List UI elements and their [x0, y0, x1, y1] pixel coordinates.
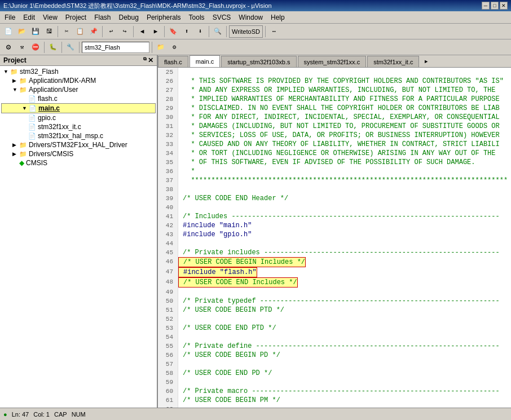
line-content[interactable]: /* USER CODE BEGIN Includes */ — [178, 257, 306, 267]
copy-button[interactable]: 📋 — [74, 25, 86, 38]
line-content[interactable] — [178, 203, 187, 212]
menu-item-svcs[interactable]: SVCS — [209, 12, 235, 23]
line-content[interactable]: /* Private includes --------------------… — [178, 248, 500, 257]
target-options-button[interactable]: ⚙ — [168, 41, 180, 54]
menu-item-file[interactable]: File — [1, 12, 19, 23]
tree-item[interactable]: ▶📁Drivers/STM32F1xx_HAL_Driver — [1, 140, 156, 149]
tree-item[interactable]: 📄stm32f1xx_hal_msp.c — [1, 131, 156, 140]
code-line: 25 — [158, 68, 511, 77]
line-content[interactable]: * DISCLAIMED. IN NO EVENT SHALL THE COPY… — [178, 104, 500, 113]
line-content[interactable]: * SERVICES; LOSS OF USE, DATA, OR PROFIT… — [178, 131, 500, 140]
next-bookmark[interactable]: ⬇ — [194, 25, 206, 38]
menu-item-edit[interactable]: Edit — [20, 12, 38, 23]
tree-item[interactable]: 📄flash.c — [1, 94, 156, 103]
editor-tab[interactable]: flash.c — [158, 56, 188, 67]
line-content[interactable]: /* Private define ----------------------… — [178, 342, 500, 351]
tabs-more-button[interactable]: ▸ — [420, 56, 431, 66]
line-content[interactable] — [178, 185, 187, 194]
line-content[interactable] — [178, 360, 187, 369]
paste-button[interactable]: 📌 — [87, 25, 100, 38]
code-line: 50/* Private typedef -------------------… — [158, 297, 511, 306]
save-all-button[interactable]: 🖫 — [43, 25, 55, 38]
menu-item-help[interactable]: Help — [267, 12, 288, 23]
tree-item[interactable]: 📄stm32f1xx_it.c — [1, 122, 156, 131]
line-content[interactable] — [178, 333, 187, 342]
line-content[interactable]: * FOR ANY DIRECT, INDIRECT, INCIDENTAL, … — [178, 113, 500, 122]
line-content[interactable]: /* USER CODE END PTD */ — [178, 324, 276, 333]
redo-button[interactable]: ↪ — [118, 25, 131, 38]
tree-item[interactable]: ▼📄main.c — [1, 103, 156, 113]
line-content[interactable] — [178, 288, 187, 297]
save-button[interactable]: 💾 — [29, 25, 42, 38]
maximize-button[interactable]: □ — [491, 2, 499, 10]
project-float-button[interactable]: ⧉ — [143, 56, 147, 64]
manage-button[interactable]: 📁 — [155, 41, 167, 54]
options-button[interactable]: 🔧 — [64, 41, 77, 54]
line-content[interactable]: * OF THIS SOFTWARE, EVEN IF ADVISED OF T… — [178, 158, 475, 167]
line-content[interactable]: ****************************************… — [178, 176, 508, 185]
tree-item[interactable]: 📄gpio.c — [1, 113, 156, 122]
menu-item-tools[interactable]: Tools — [186, 12, 208, 23]
line-content[interactable]: * OR TORT (INCLUDING NEGLIGENCE OR OTHER… — [178, 149, 496, 158]
tree-item[interactable]: ◆CMSIS — [1, 158, 156, 167]
menu-item-window[interactable]: Window — [235, 12, 266, 23]
tree-item[interactable]: ▶📁Drivers/CMSIS — [1, 149, 156, 158]
close-button[interactable]: ✕ — [500, 2, 508, 10]
line-content[interactable] — [178, 378, 187, 387]
line-content[interactable]: /* USER CODE BEGIN PD */ — [178, 351, 280, 360]
line-content[interactable] — [178, 315, 187, 324]
tree-item[interactable]: ▼📁stm32_Flash — [1, 67, 156, 76]
write-to-sd-button[interactable]: WritetoSD — [229, 25, 263, 38]
menu-item-debug[interactable]: Debug — [116, 12, 142, 23]
rebuild-button[interactable]: ⚒ — [16, 41, 28, 54]
line-content[interactable]: * CAUSED AND ON ANY THEORY OF LIABILITY,… — [178, 140, 500, 149]
line-content[interactable]: #include "gpio.h" — [178, 230, 252, 239]
prev-bookmark[interactable]: ⬆ — [180, 25, 193, 38]
line-content[interactable] — [178, 239, 187, 248]
new-file-button[interactable]: 📄 — [2, 25, 15, 38]
editor-tab[interactable]: startup_stm32f103xb.s — [221, 56, 296, 67]
nav-fwd-button[interactable]: ▶ — [149, 25, 162, 38]
line-content[interactable]: * IMPLIED WARRANTIES OF MERCHANTABILITY … — [178, 95, 500, 104]
line-content[interactable] — [178, 68, 187, 77]
menu-item-project[interactable]: Project — [62, 12, 90, 23]
line-content[interactable]: /* USER CODE END Includes */ — [178, 277, 298, 288]
line-content[interactable]: * DAMAGES (INCLUDING, BUT NOT LIMITED TO… — [178, 122, 500, 131]
cut-button[interactable]: ✂ — [60, 25, 73, 38]
project-close-button[interactable]: ✕ — [148, 56, 153, 64]
menu-item-view[interactable]: View — [39, 12, 61, 23]
editor-tab[interactable]: main.c — [190, 55, 220, 67]
project-name-input[interactable] — [82, 42, 149, 53]
more-button[interactable]: ⋯ — [268, 25, 280, 38]
bookmark-button[interactable]: 🔖 — [167, 25, 179, 38]
line-content[interactable]: /* Private typedef ---------------------… — [178, 297, 500, 306]
line-content[interactable] — [178, 405, 187, 408]
menu-item-flash[interactable]: Flash — [91, 12, 114, 23]
line-content[interactable]: /* USER CODE END Header */ — [178, 194, 288, 203]
tree-item[interactable]: ▼📁Application/User — [1, 85, 156, 94]
undo-button[interactable]: ↩ — [105, 25, 117, 38]
line-content[interactable]: /* USER CODE END PD */ — [178, 369, 272, 378]
line-content[interactable]: * THIS SOFTWARE IS PROVIDED BY THE COPYR… — [178, 77, 504, 86]
find-button[interactable]: 🔍 — [212, 25, 224, 38]
open-button[interactable]: 📂 — [16, 25, 28, 38]
line-content[interactable]: #include "flash.h" — [178, 267, 257, 277]
line-content[interactable]: #include "main.h" — [178, 221, 252, 230]
editor-tab[interactable]: stm32f1xx_it.c — [367, 56, 419, 67]
minimize-button[interactable]: ─ — [482, 2, 490, 10]
code-editor[interactable]: 25 26 * THIS SOFTWARE IS PROVIDED BY THE… — [158, 68, 511, 408]
stop-button[interactable]: ⛔ — [29, 41, 42, 54]
line-content[interactable]: /* USER CODE BEGIN PM */ — [178, 396, 280, 405]
menu-item-peripherals[interactable]: Peripherals — [143, 12, 184, 23]
line-content[interactable]: * — [178, 167, 195, 176]
nav-back-button[interactable]: ◀ — [136, 25, 148, 38]
line-content[interactable]: /* Private macro -----------------------… — [178, 387, 500, 396]
build-button[interactable]: ⚙ — [2, 41, 15, 54]
editor-tab[interactable]: system_stm32f1xx.c — [298, 56, 367, 67]
line-content[interactable]: * AND ANY EXPRESS OR IMPLIED WARRANTIES,… — [178, 86, 496, 95]
line-content[interactable]: /* USER CODE BEGIN PTD */ — [178, 306, 284, 315]
debug-button[interactable]: 🐛 — [47, 41, 59, 54]
line-content[interactable]: /* Includes ----------------------------… — [178, 212, 500, 221]
toolbar1: 📄 📂 💾 🖫 ✂ 📋 📌 ↩ ↪ ◀ ▶ 🔖 ⬆ ⬇ 🔍 WritetoSD … — [0, 24, 511, 39]
tree-item[interactable]: ▶📁Application/MDK-ARM — [1, 76, 156, 85]
